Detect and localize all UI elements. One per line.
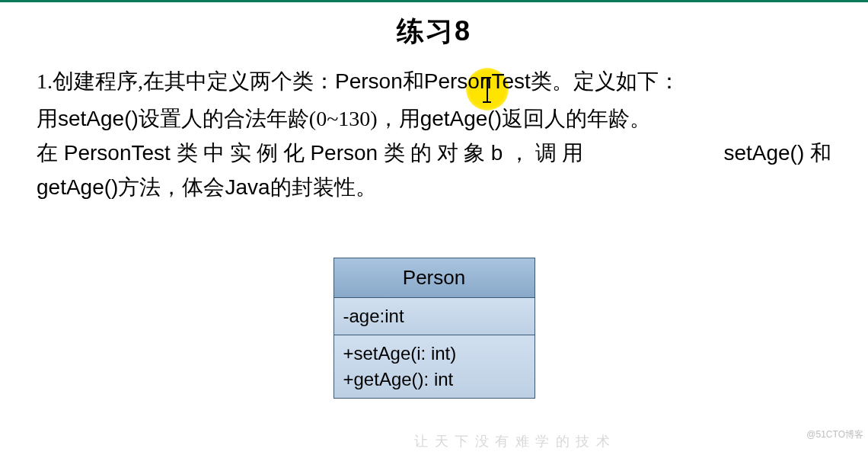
uml-class-name: Person [334, 258, 535, 298]
p1-word-person-a: Perso [335, 69, 391, 93]
p2-l2-b: PersonTest [58, 141, 177, 165]
page-title: 练习8 [0, 13, 868, 50]
uml-attr-age: -age:int [343, 306, 525, 327]
p2-l3-c: Java [225, 175, 270, 199]
p2-l2-a: 在 [37, 141, 58, 165]
uml-class-diagram: Person -age:int +setAge(i: int) +getAge(… [333, 258, 535, 399]
p2-l2-e: 类 的 对 象 [384, 141, 485, 165]
p2-l3-a: getAge() [37, 175, 118, 199]
p2-l1-e: 返回人的年龄。 [502, 107, 651, 130]
uml-op-getage: +getAge(): int [343, 369, 525, 390]
p2-l1-c: 设置人的合法年龄(0~130)，用 [139, 107, 420, 130]
p2-l2-c: 类 中 实 例 化 [177, 141, 305, 165]
content-area: 1.创建程序,在其中定义两个类：Person和PersonTest类。定义如下：… [0, 50, 868, 399]
paragraph-2: 用setAge()设置人的合法年龄(0~130)，用getAge()返回人的年龄… [37, 102, 831, 204]
p2-l2-d: Person [305, 141, 384, 165]
p2-l3-b: 方法，体会 [118, 175, 225, 199]
p2-l1-b: setAge() [58, 107, 139, 130]
p2-l1-a: 用 [37, 107, 58, 130]
p2-l2-h: setAge() [723, 141, 810, 165]
p2-l2-g: ， 调 用 [509, 141, 583, 165]
p2-line1: 用setAge()设置人的合法年龄(0~130)，用getAge()返回人的年龄… [37, 102, 831, 136]
uml-operations: +setAge(i: int) +getAge(): int [334, 335, 535, 398]
p1-pre: 1.创建程序,在其中定义两个类： [37, 69, 335, 93]
uml-attributes: -age:int [334, 298, 535, 335]
watermark-right: @51CTO博客 [806, 428, 863, 441]
p2-line3: getAge()方法，体会Java的封装性。 [37, 171, 831, 205]
p2-l1-d: getAge() [420, 107, 502, 130]
p2-l2-i: 和 [810, 141, 831, 165]
paragraph-1: 1.创建程序,在其中定义两个类：Person和PersonTest类。定义如下： [37, 66, 831, 98]
p1-word-person-b: n [391, 69, 403, 93]
watermark-center: 让 天 下 没 有 难 学 的 技 术 [414, 432, 611, 450]
p1-post: 类。定义如下： [531, 69, 680, 93]
uml-op-setage: +setAge(i: int) [343, 343, 525, 364]
p1-word-persontest: PersonTest [424, 69, 531, 93]
p2-l2-f: b [485, 141, 509, 165]
p1-mid: 和 [403, 69, 424, 93]
p2-line2: 在 PersonTest 类 中 实 例 化 Person 类 的 对 象 b … [37, 136, 831, 171]
p2-l3-d: 的封装性。 [270, 175, 377, 199]
